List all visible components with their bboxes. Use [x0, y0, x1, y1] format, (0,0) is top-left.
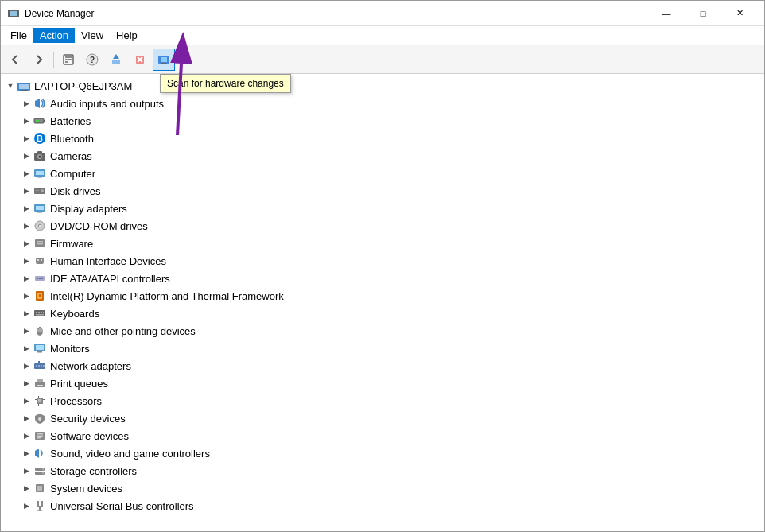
list-item[interactable]: ▶ Print queues	[1, 375, 764, 392]
uninstall-button[interactable]	[129, 49, 151, 71]
item-chevron[interactable]: ▶	[20, 359, 33, 372]
item-chevron[interactable]: ▶	[20, 307, 33, 320]
svg-rect-2	[11, 17, 16, 17]
svg-rect-35	[36, 190, 39, 191]
list-item[interactable]: ▶ System devices	[1, 480, 764, 497]
list-item[interactable]: ▶ Software devices	[1, 427, 764, 445]
minimize-button[interactable]: —	[648, 1, 685, 26]
svg-rect-77	[37, 385, 43, 386]
list-item[interactable]: ▶ Mice and other pointing devices	[1, 322, 764, 340]
item-chevron[interactable]: ▶	[20, 342, 33, 355]
properties-button[interactable]	[57, 49, 80, 71]
svg-point-65	[39, 327, 41, 328]
menu-file[interactable]: File	[4, 28, 33, 43]
list-item[interactable]: ▶ Keyboards	[1, 305, 764, 322]
root-chevron[interactable]: ▼	[4, 80, 17, 92]
list-item[interactable]: ▶ Sound, video and game controllers	[1, 445, 764, 462]
list-item[interactable]: ▶ Monitors	[1, 340, 764, 357]
item-chevron[interactable]: ▶	[20, 464, 33, 477]
list-item[interactable]: ▶ Storage controllers	[1, 462, 764, 480]
item-chevron[interactable]: ▶	[20, 377, 33, 390]
software-devices-icon	[33, 429, 47, 443]
item-chevron[interactable]: ▶	[20, 167, 33, 180]
help-button[interactable]: ?	[81, 49, 103, 71]
item-label: System devices	[50, 483, 122, 495]
tree-root[interactable]: ▼ LAPTOP-Q6EJP3AM	[1, 77, 764, 95]
intel-thermal-icon	[33, 289, 47, 303]
svg-rect-64	[41, 329, 44, 332]
svg-rect-9	[112, 60, 120, 64]
list-item[interactable]: ▶ Firmware	[1, 235, 764, 252]
item-chevron[interactable]: ▶	[20, 289, 33, 302]
menu-action[interactable]: Action	[33, 28, 75, 43]
svg-rect-81	[35, 402, 37, 402]
svg-text:?: ?	[90, 56, 95, 64]
list-item[interactable]: ▶ Disk drives	[1, 182, 764, 200]
maximize-button[interactable]: □	[685, 1, 721, 26]
svg-rect-80	[35, 399, 37, 400]
menu-view[interactable]: View	[75, 28, 110, 43]
list-item[interactable]: ▶ Intel(R) Dynamic Platform and Thermal …	[1, 287, 764, 305]
item-chevron[interactable]: ▶	[20, 429, 33, 442]
list-item[interactable]: ▶ B Bluetooth	[1, 130, 764, 147]
list-item[interactable]: ▶ Computer	[1, 165, 764, 182]
item-chevron[interactable]: ▶	[20, 254, 33, 267]
svg-point-97	[42, 472, 44, 474]
item-chevron[interactable]: ▶	[20, 132, 33, 145]
toolbar-tooltip: Scan for hardware changes	[160, 74, 291, 93]
item-chevron[interactable]: ▶	[20, 499, 33, 512]
list-item[interactable]: ▶ Universal Serial Bus controllers	[1, 497, 764, 515]
list-item[interactable]: ▶ Processors	[1, 392, 764, 410]
device-tree[interactable]: ▼ LAPTOP-Q6EJP3AM ▶ Audio inputs and	[1, 74, 764, 531]
item-chevron[interactable]: ▶	[20, 202, 33, 215]
scan-hardware-button[interactable]	[153, 49, 175, 71]
item-chevron[interactable]: ▶	[20, 97, 33, 110]
svg-rect-56	[36, 312, 37, 313]
list-item[interactable]: ▶ Human Interface Devices	[1, 252, 764, 270]
list-item[interactable]: ▶ Batteries	[1, 112, 764, 130]
svg-rect-70	[36, 365, 37, 367]
svg-rect-102	[37, 506, 43, 507]
svg-rect-43	[37, 241, 43, 243]
item-chevron[interactable]: ▶	[20, 482, 33, 495]
svg-rect-57	[38, 312, 40, 313]
item-chevron[interactable]: ▶	[20, 447, 33, 460]
forward-button[interactable]	[28, 49, 50, 71]
monitors-icon	[33, 341, 47, 355]
item-label: Computer	[50, 168, 95, 180]
device-manager-window: Device Manager — □ ✕ File Action View He…	[0, 0, 765, 532]
item-label: Display adapters	[50, 203, 127, 215]
menu-help[interactable]: Help	[110, 28, 144, 43]
list-item[interactable]: ▶ IDE ATA/ATAPI controllers	[1, 270, 764, 287]
item-chevron[interactable]: ▶	[20, 219, 33, 232]
item-label: Print queues	[50, 378, 108, 390]
item-chevron[interactable]: ▶	[20, 394, 33, 407]
item-chevron[interactable]: ▶	[20, 184, 33, 197]
dvd-icon	[33, 219, 47, 233]
list-item[interactable]: ▶ Security devices	[1, 410, 764, 427]
update-driver-button[interactable]	[105, 49, 127, 71]
computer-icon	[33, 166, 47, 181]
svg-rect-99	[37, 486, 42, 491]
item-chevron[interactable]: ▶	[20, 237, 33, 250]
item-chevron[interactable]: ▶	[20, 272, 33, 285]
list-item[interactable]: ▶ DVD/CD-ROM drives	[1, 217, 764, 235]
svg-rect-74	[38, 361, 40, 364]
list-item[interactable]: ▶ Cameras	[1, 147, 764, 165]
item-chevron[interactable]: ▶	[20, 115, 33, 127]
item-chevron[interactable]: ▶	[20, 412, 33, 425]
svg-rect-50	[39, 278, 41, 279]
back-button[interactable]	[4, 49, 26, 71]
keyboards-icon	[33, 306, 47, 320]
close-button[interactable]: ✕	[721, 1, 758, 26]
svg-rect-1	[10, 11, 17, 16]
list-item[interactable]: ▶ Audio inputs and outputs	[1, 95, 764, 112]
item-chevron[interactable]: ▶	[20, 324, 33, 337]
svg-rect-22	[44, 120, 45, 122]
audio-icon	[33, 96, 47, 111]
svg-rect-18	[19, 84, 29, 89]
list-item[interactable]: ▶ Display adapters	[1, 200, 764, 217]
svg-rect-85	[41, 396, 41, 398]
list-item[interactable]: ▶ Network adapters	[1, 357, 764, 375]
item-chevron[interactable]: ▶	[20, 150, 33, 162]
